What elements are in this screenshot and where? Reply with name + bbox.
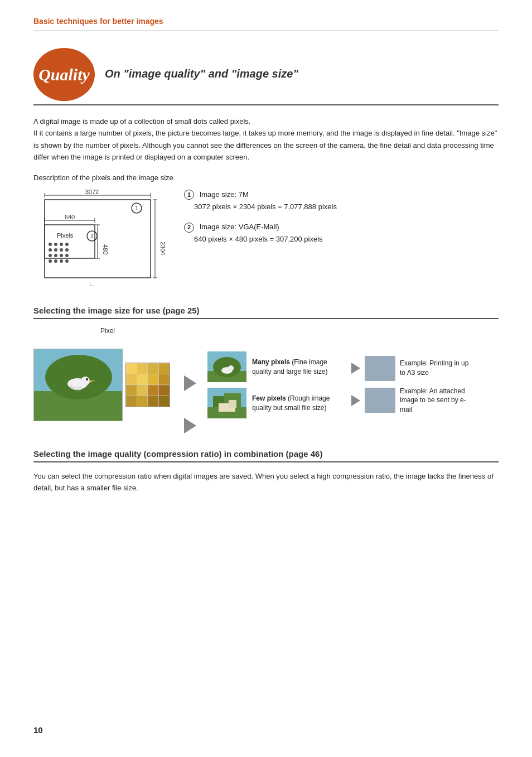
few-pixels-desc: Few pixels (Rough image quality but smal…: [252, 394, 347, 413]
intro-line2: If it contains a large number of pixels,…: [33, 127, 499, 163]
svg-point-67: [228, 365, 234, 371]
many-pixels-row: Many pixels (Fine image quality and larg…: [207, 351, 347, 382]
svg-rect-56: [137, 385, 148, 396]
svg-text:1: 1: [135, 205, 138, 211]
quality-badge: Quality: [33, 48, 95, 101]
svg-rect-1: [45, 225, 95, 258]
pixel-info-item-2: 2 Image size: VGA(E-Mail) 640 pixels × 4…: [184, 221, 337, 245]
svg-text:∟: ∟: [88, 279, 96, 288]
svg-point-12: [60, 254, 63, 257]
svg-point-10: [49, 254, 52, 257]
svg-point-6: [49, 248, 52, 252]
use-examples: Example: Printing in up to A3 size Examp…: [351, 356, 472, 414]
svg-text:2: 2: [90, 233, 94, 239]
svg-point-15: [54, 259, 57, 263]
pixel-info-2-line2: 640 pixels × 480 pixels = 307,200 pixels: [194, 235, 323, 243]
few-pixels-row: Few pixels (Rough image quality but smal…: [207, 388, 347, 418]
svg-text:480: 480: [102, 244, 109, 254]
pixel-info-1-line2: 3072 pixels × 2304 pixels = 7,077,888 pi…: [194, 202, 337, 211]
svg-point-46: [86, 378, 88, 380]
svg-rect-62: [159, 396, 170, 407]
svg-rect-54: [159, 374, 170, 385]
subsection1-heading: Selecting the image size for use (page 2…: [33, 306, 499, 319]
bird-photo: [33, 349, 123, 421]
many-pixels-thumb: [207, 351, 246, 382]
svg-rect-47: [126, 363, 137, 374]
svg-rect-55: [126, 385, 137, 396]
use-arrow-2: [351, 395, 360, 406]
svg-point-3: [54, 243, 57, 246]
arrow-group: [178, 337, 202, 433]
use-text-2: Example: An attached image to be sent by…: [400, 387, 472, 414]
svg-text:Pixels: Pixels: [57, 232, 74, 239]
circle-num-1: 1: [184, 190, 194, 200]
svg-rect-48: [137, 363, 148, 374]
svg-rect-60: [137, 396, 148, 407]
svg-rect-59: [126, 396, 137, 407]
svg-text:3072: 3072: [85, 189, 99, 195]
pixel-info-list: 1 Image size: 7M 3072 pixels × 2304 pixe…: [184, 189, 337, 253]
svg-rect-52: [137, 374, 148, 385]
subsection2-heading: Selecting the image quality (compression…: [33, 449, 499, 462]
few-pixels-thumb: [207, 388, 246, 418]
svg-rect-61: [148, 396, 159, 407]
svg-rect-73: [229, 400, 236, 408]
svg-point-44: [81, 377, 90, 385]
svg-point-8: [60, 248, 63, 252]
section-subtitle: On "image quality" and "image size": [105, 67, 298, 80]
svg-point-5: [65, 243, 69, 246]
svg-point-17: [65, 259, 69, 263]
image-examples-row: Many pixels (Fine image quality and larg…: [33, 337, 499, 433]
use-text-1: Example: Printing in up to A3 size: [400, 359, 472, 378]
image-size-section: Selecting the image size for use (page 2…: [33, 306, 499, 433]
pixel-info-1-line1: Image size: 7M: [200, 190, 249, 199]
many-pixels-arrow: [184, 375, 196, 391]
section-title-row: Quality On "image quality" and "image si…: [33, 48, 499, 105]
svg-point-16: [60, 259, 63, 263]
svg-rect-53: [148, 374, 159, 385]
pixel-info-item-1: 1 Image size: 7M 3072 pixels × 2304 pixe…: [184, 189, 337, 213]
quality-examples: Many pixels (Fine image quality and larg…: [207, 351, 347, 418]
description-heading: Description of the pixels and the image …: [33, 173, 499, 182]
svg-rect-57: [148, 385, 159, 396]
svg-point-2: [49, 243, 52, 246]
compression-text: You can select the compression ratio whe…: [33, 470, 499, 494]
many-pixels-desc: Many pixels (Fine image quality and larg…: [252, 358, 347, 377]
svg-rect-51: [126, 374, 137, 385]
intro-text: A digital image is made up of a collecti…: [33, 115, 499, 163]
use-box-1: [365, 356, 395, 381]
header-title: Basic techniques for better images: [33, 17, 163, 26]
pixel-grid-container: [123, 349, 173, 421]
few-pixels-arrow: [184, 418, 196, 433]
pixel-label: Pixel: [100, 327, 499, 335]
svg-point-9: [65, 248, 69, 252]
compression-section: Selecting the image quality (compression…: [33, 449, 499, 494]
use-arrow-1: [351, 363, 360, 374]
svg-point-13: [65, 254, 69, 257]
intro-line1: A digital image is made up of a collecti…: [33, 115, 499, 127]
svg-rect-50: [159, 363, 170, 374]
svg-text:640: 640: [65, 214, 75, 220]
svg-text:2304: 2304: [159, 242, 166, 255]
quality-badge-text: Quality: [38, 65, 90, 84]
svg-point-11: [54, 254, 57, 257]
circle-num-2: 2: [184, 223, 194, 233]
svg-rect-49: [148, 363, 159, 374]
svg-point-14: [49, 259, 52, 263]
svg-rect-58: [159, 385, 170, 396]
pixel-diagram: 3072 640 1 2 Pixels 2304 480: [33, 189, 167, 289]
svg-point-4: [60, 243, 63, 246]
page-number: 10: [33, 725, 43, 735]
page-header: Basic techniques for better images: [33, 17, 499, 31]
use-example-1: Example: Printing in up to A3 size: [351, 356, 472, 381]
pixel-info-2-line1: Image size: VGA(E-Mail): [200, 223, 279, 231]
svg-point-42: [45, 355, 112, 399]
use-box-2: [365, 388, 395, 413]
use-example-2: Example: An attached image to be sent by…: [351, 387, 472, 414]
pixel-diagram-row: 3072 640 1 2 Pixels 2304 480: [33, 189, 499, 289]
svg-point-7: [54, 248, 57, 252]
